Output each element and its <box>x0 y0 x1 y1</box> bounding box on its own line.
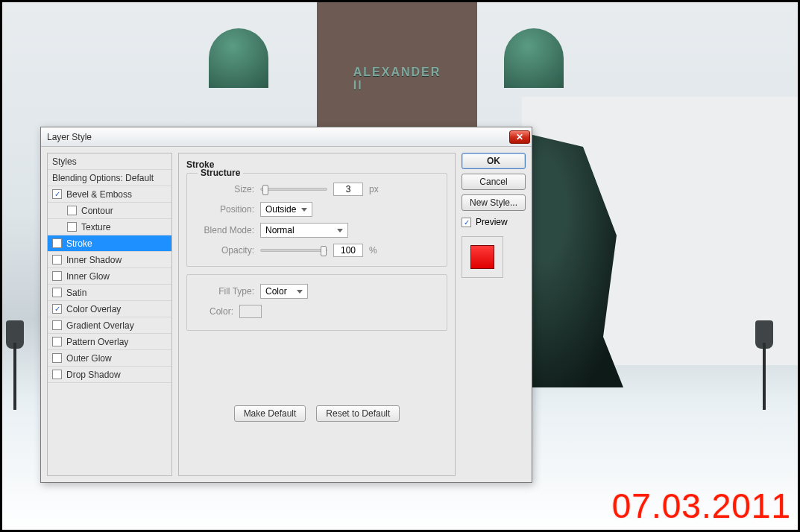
sidebar-item-label: Pattern Overlay <box>66 337 128 347</box>
checkbox-icon[interactable] <box>52 320 62 330</box>
sidebar-item-pattern-overlay[interactable]: Pattern Overlay <box>48 334 171 350</box>
checkbox-icon[interactable] <box>67 206 77 215</box>
sidebar-blending-label: Blending Options: Default <box>52 173 154 183</box>
close-button[interactable]: ✕ <box>509 130 530 144</box>
sidebar-item-label: Color Overlay <box>66 304 121 314</box>
chevron-down-icon <box>297 290 303 294</box>
street-lamp-left <box>0 320 30 410</box>
photo-datestamp: 07.03.2011 <box>612 486 791 526</box>
color-label: Color: <box>195 306 233 317</box>
sidebar-item-label: Texture <box>81 222 110 232</box>
size-slider[interactable] <box>260 188 327 191</box>
ok-button[interactable]: OK <box>462 153 526 169</box>
blendmode-select[interactable]: Normal <box>260 223 348 238</box>
sidebar-item-label: Outer Glow <box>66 353 112 364</box>
position-value: Outside <box>265 204 296 215</box>
dialog-right-column: OK Cancel New Style... Preview <box>462 153 526 476</box>
checkbox-icon[interactable] <box>52 271 62 281</box>
sidebar-item-outer-glow[interactable]: Outer Glow <box>48 350 171 367</box>
sidebar-item-bevel-emboss[interactable]: Bevel & Emboss <box>48 186 171 203</box>
sidebar-styles-header[interactable]: Styles <box>48 153 171 170</box>
size-label: Size: <box>195 184 254 194</box>
size-unit: px <box>369 184 379 194</box>
filltype-label: Fill Type: <box>195 286 254 297</box>
layer-style-dialog: Layer Style ✕ Styles Blending Options: D… <box>40 127 532 483</box>
dome-right <box>504 28 564 88</box>
filltype-select[interactable]: Color <box>260 284 308 299</box>
fill-fieldset: Fill Type: Color Color: <box>186 274 447 331</box>
sidebar-item-inner-shadow[interactable]: Inner Shadow <box>48 252 171 268</box>
stroke-settings-panel: Stroke Structure Size: 3 px Position: Ou… <box>178 153 456 476</box>
preview-swatch-container <box>462 236 503 278</box>
chevron-down-icon <box>337 229 343 232</box>
preview-checkbox[interactable] <box>462 218 471 227</box>
sidebar-item-label: Drop Shadow <box>66 370 121 380</box>
close-icon: ✕ <box>516 133 523 142</box>
blendmode-row: Blend Mode: Normal <box>195 223 439 238</box>
checkbox-icon[interactable] <box>52 304 62 314</box>
position-row: Position: Outside <box>195 202 439 217</box>
opacity-input[interactable]: 100 <box>333 244 363 257</box>
position-select[interactable]: Outside <box>260 202 312 217</box>
sidebar-item-satin[interactable]: Satin <box>48 285 171 301</box>
checkbox-icon[interactable] <box>52 370 62 379</box>
sidebar-item-label: Inner Shadow <box>66 255 122 265</box>
sidebar-item-label: Contour <box>81 206 113 216</box>
sidebar-item-stroke[interactable]: Stroke <box>48 235 171 252</box>
sidebar-blending-header[interactable]: Blending Options: Default <box>48 170 171 186</box>
structure-fieldset: Structure Size: 3 px Position: Outside <box>186 173 447 267</box>
checkbox-icon[interactable] <box>52 238 62 248</box>
preview-label: Preview <box>476 217 508 227</box>
position-label: Position: <box>195 204 254 215</box>
street-lamp-right <box>749 320 779 410</box>
effects-sidebar: Styles Blending Options: Default Bevel &… <box>47 153 172 476</box>
dialog-titlebar[interactable]: Layer Style ✕ <box>41 127 532 147</box>
sidebar-item-color-overlay[interactable]: Color Overlay <box>48 301 171 317</box>
opacity-row: Opacity: 100 % <box>195 244 439 257</box>
pedestal-inscription: ALEXANDER II <box>353 66 441 92</box>
checkbox-icon[interactable] <box>52 189 62 199</box>
sidebar-item-contour[interactable]: Contour <box>48 203 171 219</box>
preview-swatch <box>470 245 494 269</box>
color-row: Color: <box>195 305 439 318</box>
cancel-button[interactable]: Cancel <box>462 174 526 190</box>
sidebar-item-label: Satin <box>66 288 86 298</box>
sidebar-item-label: Bevel & Emboss <box>66 189 132 200</box>
opacity-label: Opacity: <box>195 245 254 256</box>
checkbox-icon[interactable] <box>67 222 77 232</box>
color-picker[interactable] <box>239 305 262 318</box>
sidebar-item-label: Stroke <box>66 238 92 249</box>
sidebar-item-inner-glow[interactable]: Inner Glow <box>48 268 171 285</box>
sidebar-item-drop-shadow[interactable]: Drop Shadow <box>48 367 171 383</box>
size-input[interactable]: 3 <box>333 183 363 196</box>
preview-toggle-row: Preview <box>462 217 526 227</box>
checkbox-icon[interactable] <box>52 288 62 297</box>
reset-to-default-button[interactable]: Reset to Default <box>316 405 400 422</box>
structure-legend: Structure <box>198 168 243 178</box>
sidebar-item-label: Inner Glow <box>66 271 110 282</box>
make-default-button[interactable]: Make Default <box>234 405 306 422</box>
checkbox-icon[interactable] <box>52 337 62 346</box>
checkbox-icon[interactable] <box>52 353 62 363</box>
size-row: Size: 3 px <box>195 183 439 196</box>
sidebar-item-gradient-overlay[interactable]: Gradient Overlay <box>48 317 171 334</box>
filltype-row: Fill Type: Color <box>195 284 439 299</box>
sidebar-item-texture[interactable]: Texture <box>48 219 171 235</box>
sidebar-item-label: Gradient Overlay <box>66 320 134 331</box>
chevron-down-icon <box>301 208 307 212</box>
blendmode-label: Blend Mode: <box>195 225 254 235</box>
sidebar-styles-label: Styles <box>52 156 77 167</box>
filltype-value: Color <box>265 286 287 297</box>
dome-left <box>209 28 268 88</box>
opacity-unit: % <box>369 245 377 256</box>
checkbox-icon[interactable] <box>52 255 62 265</box>
monument-pedestal: ALEXANDER II <box>317 0 477 142</box>
blendmode-value: Normal <box>265 225 295 235</box>
opacity-slider[interactable] <box>260 249 327 252</box>
dialog-title: Layer Style <box>47 132 509 142</box>
new-style-button[interactable]: New Style... <box>462 194 526 211</box>
